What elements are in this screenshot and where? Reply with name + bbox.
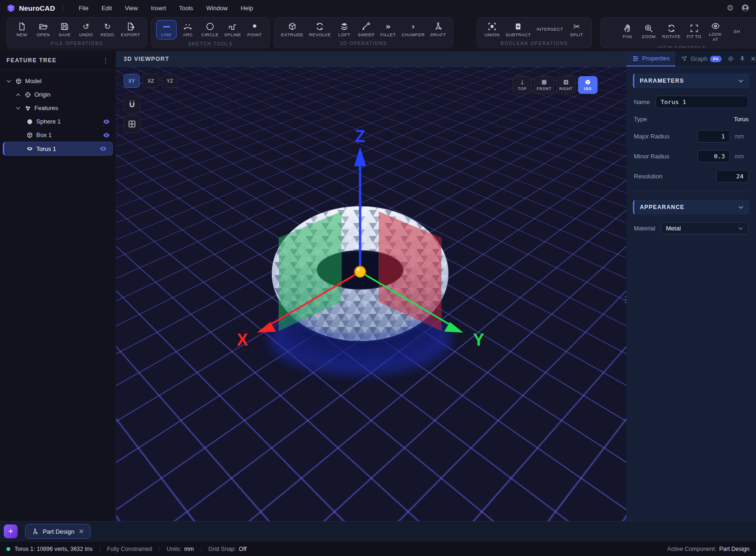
circle-button[interactable]: CIRCLE <box>199 20 221 39</box>
name-input[interactable] <box>656 96 749 108</box>
menu-tools[interactable]: Tools <box>172 2 199 14</box>
extrude-button[interactable]: EXTRUDE <box>279 20 306 39</box>
minor-radius-input[interactable] <box>697 150 730 163</box>
fillet-button[interactable]: »FILLET <box>378 20 398 39</box>
appearance-section-header[interactable]: APPEARANCE <box>633 200 749 215</box>
pin-icon[interactable] <box>739 55 746 62</box>
major-radius-input[interactable] <box>697 130 730 143</box>
plane-tab-xy[interactable]: XY <box>124 74 140 88</box>
save-button[interactable]: SAVE <box>54 20 75 39</box>
redo-arrow-icon: ↻ <box>104 22 111 31</box>
visibility-eye-icon[interactable] <box>103 118 110 125</box>
menu-edit[interactable]: Edit <box>95 2 118 14</box>
chevron-down-icon <box>738 226 743 231</box>
sketch-tools-group: LINE ARC CIRCLE SPLINE POINT SKETCH TOOL… <box>151 17 270 48</box>
zoom-button[interactable]: ZOOM <box>638 22 659 41</box>
3d-operations-group: EXTRUDE REVOLVE LOFT SWEEP »FILLET ›CHAM… <box>274 17 454 48</box>
intersect-button[interactable]: INTERSECT <box>534 26 565 33</box>
tool-label: CIRCLE <box>201 33 218 38</box>
snap-magnet-button[interactable] <box>124 96 140 113</box>
add-tab-button[interactable]: + <box>4 524 18 538</box>
plane-tab-xz[interactable]: XZ <box>143 74 159 88</box>
fit-to-button[interactable]: FIT TO <box>684 22 704 41</box>
export-button[interactable]: EXPORT <box>118 20 142 39</box>
union-icon <box>487 22 497 31</box>
split-button[interactable]: ✂SPLIT <box>566 20 587 39</box>
look-at-button[interactable]: LOOK AT <box>705 20 726 44</box>
user-avatar-icon[interactable] <box>741 4 749 12</box>
new-button[interactable]: NEW <box>12 20 32 39</box>
visibility-eye-icon[interactable] <box>99 145 107 152</box>
visibility-eye-icon[interactable] <box>103 131 110 139</box>
menu-help[interactable]: Help <box>234 2 260 14</box>
tab-properties[interactable]: Properties <box>626 51 675 66</box>
view-front-button[interactable]: FRONT <box>534 76 554 94</box>
tool-label: LINE <box>161 33 172 38</box>
constraint-status: Fully Constrained <box>107 546 152 552</box>
arc-button[interactable]: ARC <box>177 20 198 39</box>
collapse-icon[interactable] <box>727 55 734 62</box>
minor-radius-label: Minor Radius <box>634 153 697 160</box>
subtract-button[interactable]: SUBTRACT <box>503 20 533 39</box>
status-dot <box>7 547 10 551</box>
view-iso-button[interactable]: ISO <box>578 76 598 94</box>
tree-item-label: Origin <box>34 91 51 98</box>
tree-item-origin[interactable]: Origin <box>0 88 116 101</box>
plane-tab-yz[interactable]: YZ <box>162 74 178 88</box>
panel-resize-grip[interactable] <box>624 289 626 310</box>
sh-button[interactable]: SH <box>727 28 747 36</box>
union-button[interactable]: UNION <box>482 20 502 39</box>
pan-button[interactable]: PAN <box>617 22 638 41</box>
view-top-button[interactable]: ↓ TOP <box>513 76 532 94</box>
spline-button[interactable]: SPLINE <box>222 20 243 39</box>
tree-item-torus-selected[interactable]: Torus 1 <box>3 142 113 156</box>
menu-view[interactable]: View <box>118 2 145 14</box>
tab-graph[interactable]: Graph PA <box>675 51 727 66</box>
tree-item-label: Torus 1 <box>36 145 56 152</box>
resolution-input[interactable] <box>716 170 749 183</box>
chamfer-chevron-icon: › <box>412 22 415 31</box>
open-button[interactable]: OPEN <box>33 20 53 39</box>
chamfer-button[interactable]: ›CHAMFER <box>399 20 427 39</box>
magnet-icon <box>127 100 137 109</box>
revolve-icon <box>315 22 324 31</box>
revolve-button[interactable]: REVOLVE <box>307 20 333 39</box>
material-select[interactable]: Metal <box>661 222 749 235</box>
line-icon <box>163 22 170 31</box>
draft-button[interactable]: DRAFT <box>428 20 448 39</box>
view-right-button[interactable]: RIGHT <box>556 76 576 94</box>
chevron-down-icon[interactable] <box>6 78 12 84</box>
menu-insert[interactable]: Insert <box>145 2 173 14</box>
chevron-down-icon[interactable] <box>15 105 21 111</box>
point-button[interactable]: POINT <box>244 20 265 39</box>
tool-label: ARC <box>183 33 193 38</box>
origin-handle[interactable] <box>355 267 366 277</box>
tree-item-label: Features <box>34 105 58 111</box>
undo-button[interactable]: ↺UNDO <box>76 20 96 39</box>
grid-toggle-button[interactable] <box>124 115 140 133</box>
sweep-button[interactable]: SWEEP <box>355 20 377 39</box>
tree-kebab-menu-icon[interactable]: ⋮ <box>102 56 109 65</box>
tree-item-model[interactable]: Model <box>0 74 116 88</box>
chevron-up-icon[interactable] <box>15 92 21 98</box>
settings-gear-icon[interactable]: ⚙ <box>727 4 734 12</box>
tree-item-box[interactable]: Box 1 <box>0 128 116 142</box>
tree-item-sphere[interactable]: Sphere 1 <box>0 115 116 128</box>
scene-canvas[interactable]: Z X Y <box>116 67 626 505</box>
menu-window[interactable]: Window <box>200 2 234 14</box>
divider <box>99 546 100 552</box>
rotate-button[interactable]: ROTATE <box>660 22 683 41</box>
redo-button[interactable]: ↻REDO <box>97 20 118 39</box>
file-operations-group: NEW OPEN SAVE ↺UNDO ↻REDO EXPORT FILE OP… <box>7 17 147 48</box>
menu-file[interactable]: File <box>72 2 95 14</box>
document-tab-part-design[interactable]: Part Design ✕ <box>25 524 91 539</box>
type-value: Torus <box>734 116 749 123</box>
tree-item-features[interactable]: Features <box>0 101 116 115</box>
close-tab-icon[interactable]: ✕ <box>79 528 84 535</box>
loft-button[interactable]: LOFT <box>334 20 355 39</box>
viewport-3d[interactable]: 3D VIEWPORT <box>116 51 626 521</box>
tool-label: SUBTRACT <box>506 33 531 38</box>
parameters-section-header[interactable]: PARAMETERS <box>633 73 749 88</box>
close-panel-icon[interactable]: ✕ <box>750 55 756 63</box>
line-button[interactable]: LINE <box>156 20 177 39</box>
